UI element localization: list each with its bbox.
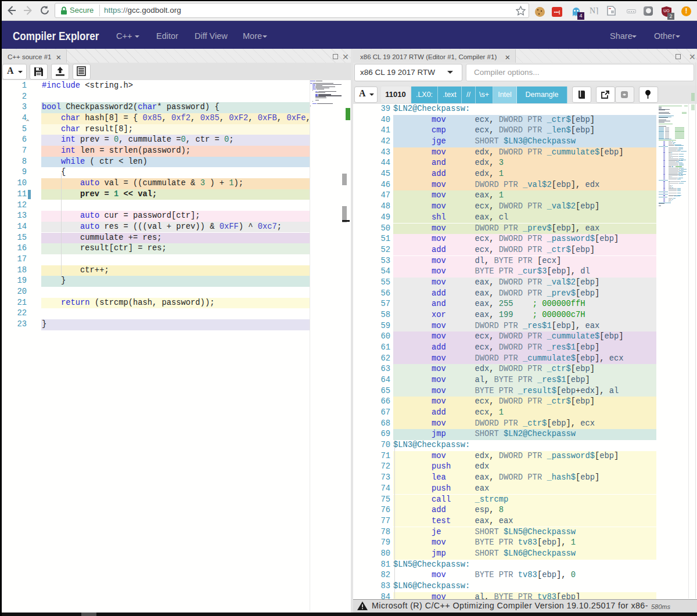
svg-text:UO: UO — [663, 9, 670, 13]
